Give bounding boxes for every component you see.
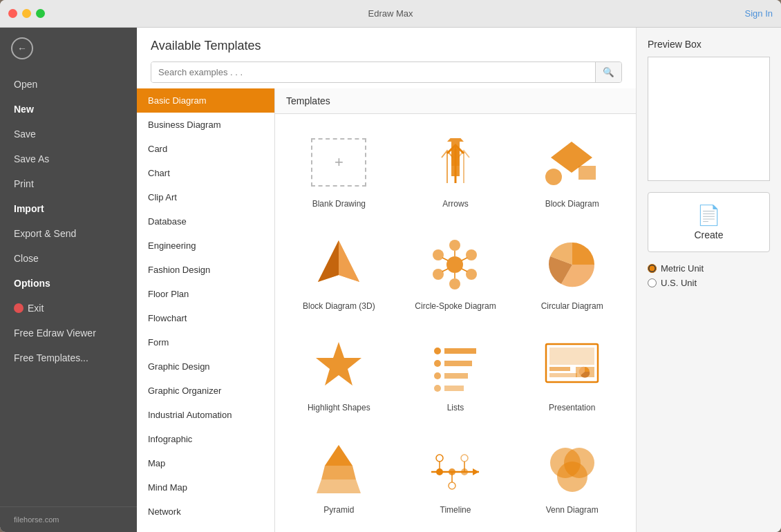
- category-item-graphic-organizer[interactable]: Graphic Organizer: [137, 379, 274, 403]
- sidebar-item-exit[interactable]: Exit: [0, 296, 137, 321]
- preview-panel: Preview Box 📄 Create Metric Unit U.S. Un…: [636, 28, 781, 532]
- sidebar-item-import[interactable]: Import: [0, 196, 137, 221]
- category-item-clip-art[interactable]: Clip Art: [137, 185, 274, 209]
- center-header: Available Templates 🔍: [137, 28, 636, 88]
- category-item-form[interactable]: Form: [137, 330, 274, 354]
- sidebar-item-close[interactable]: Close: [0, 246, 137, 271]
- preview-box: [648, 57, 770, 181]
- category-item-chart[interactable]: Chart: [137, 161, 274, 185]
- svg-rect-32: [444, 373, 468, 379]
- template-label-block-diagram: Block Diagram: [545, 199, 599, 210]
- template-lists[interactable]: Lists: [403, 329, 509, 420]
- titlebar: Edraw Max Sign In: [0, 0, 781, 28]
- category-item-business-diagram[interactable]: Business Diagram: [137, 113, 274, 137]
- category-list: Basic Diagram Business Diagram Card Char…: [137, 88, 275, 532]
- preview-title: Preview Box: [648, 39, 770, 50]
- template-thumb-timeline: [421, 437, 490, 500]
- category-item-network[interactable]: Network: [137, 500, 274, 524]
- template-label-venn: Venn Diagram: [546, 505, 599, 516]
- category-item-engineering[interactable]: Engineering: [137, 234, 274, 258]
- document-icon: 📄: [697, 204, 721, 227]
- category-item-graphic-design[interactable]: Graphic Design: [137, 354, 274, 379]
- sign-in-button[interactable]: Sign In: [745, 8, 773, 19]
- sidebar-item-print[interactable]: Print: [0, 171, 137, 196]
- minimize-window-button[interactable]: [22, 9, 31, 18]
- category-item-map[interactable]: Map: [137, 451, 274, 475]
- category-item-database[interactable]: Database: [137, 209, 274, 234]
- pyramid-svg: [311, 441, 366, 495]
- template-pyramid[interactable]: Pyramid: [286, 431, 392, 522]
- template-block-diagram[interactable]: Block Diagram: [519, 125, 625, 216]
- template-thumb-presentation: [538, 335, 607, 397]
- us-unit-label: U.S. Unit: [661, 278, 697, 288]
- sidebar-item-viewer[interactable]: Free Edraw Viewer: [0, 321, 137, 345]
- category-item-organizational-chart[interactable]: Organizational Chart: [137, 524, 274, 532]
- svg-point-33: [434, 385, 441, 392]
- timeline-svg: [426, 444, 484, 493]
- sidebar-item-save[interactable]: Save: [0, 122, 137, 146]
- template-presentation[interactable]: Presentation: [519, 329, 625, 420]
- template-arrows[interactable]: Arrows: [403, 125, 509, 216]
- template-venn[interactable]: Venn Diagram: [519, 431, 625, 522]
- us-unit-radio[interactable]: [648, 278, 657, 287]
- sidebar-item-open[interactable]: Open: [0, 72, 137, 97]
- create-button[interactable]: 📄 Create: [648, 192, 770, 252]
- svg-marker-12: [339, 240, 359, 282]
- svg-point-29: [434, 360, 441, 367]
- blank-thumb-icon: +: [311, 138, 366, 187]
- metric-unit-option[interactable]: Metric Unit: [648, 263, 770, 274]
- template-blank-drawing[interactable]: + Blank Drawing: [286, 125, 392, 216]
- template-label-block-diagram-3d: Block Diagram (3D): [303, 301, 375, 312]
- template-thumb-lists: [421, 335, 490, 397]
- block3d-svg: [311, 237, 366, 292]
- main-window: Edraw Max Sign In ← Open New Save Save A…: [0, 0, 781, 532]
- metric-unit-label: Metric Unit: [661, 263, 704, 274]
- category-item-basic-diagram[interactable]: Basic Diagram: [137, 88, 274, 113]
- available-templates-title: Available Templates: [151, 39, 622, 53]
- category-item-fashion-design[interactable]: Fashion Design: [137, 258, 274, 282]
- svg-marker-44: [473, 468, 479, 475]
- template-thumb-arrows: [421, 131, 490, 193]
- template-thumb-circle-spoke: [421, 234, 490, 296]
- sidebar-item-options[interactable]: Options: [0, 271, 137, 296]
- us-unit-option[interactable]: U.S. Unit: [648, 278, 770, 288]
- sidebar-item-export[interactable]: Export & Send: [0, 221, 137, 246]
- sidebar-back: ←: [0, 28, 137, 69]
- category-item-infographic[interactable]: Infographic: [137, 427, 274, 451]
- maximize-window-button[interactable]: [36, 9, 45, 18]
- arrows-svg: [428, 138, 483, 187]
- metric-unit-radio[interactable]: [648, 264, 657, 273]
- template-label-circular-diagram: Circular Diagram: [541, 301, 603, 312]
- category-item-flowchart[interactable]: Flowchart: [137, 306, 274, 330]
- search-input[interactable]: [151, 62, 595, 82]
- back-button[interactable]: ←: [11, 37, 33, 59]
- search-button[interactable]: 🔍: [595, 62, 621, 82]
- svg-point-14: [449, 240, 460, 251]
- template-highlight-shapes[interactable]: Highlight Shapes: [286, 329, 392, 420]
- template-block-diagram-3d[interactable]: Block Diagram (3D): [286, 227, 392, 319]
- svg-point-27: [434, 348, 441, 354]
- sidebar-item-new[interactable]: New: [0, 97, 137, 122]
- sidebar-footer: filehorse.com: [0, 506, 137, 532]
- template-circle-spoke[interactable]: Circle-Spoke Diagram: [403, 227, 509, 319]
- template-label-presentation: Presentation: [549, 403, 595, 414]
- category-item-floor-plan[interactable]: Floor Plan: [137, 282, 274, 306]
- template-thumb-pyramid: [304, 437, 373, 500]
- template-label-circle-spoke: Circle-Spoke Diagram: [415, 301, 496, 312]
- templates-grid: + Blank Drawing: [275, 114, 636, 532]
- close-window-button[interactable]: [8, 9, 17, 18]
- category-item-card[interactable]: Card: [137, 137, 274, 161]
- svg-line-21: [462, 258, 467, 260]
- svg-point-13: [446, 256, 463, 273]
- sidebar-item-free-templates[interactable]: Free Templates...: [0, 345, 137, 370]
- lists-svg: [428, 339, 483, 394]
- back-arrow-icon: ←: [17, 43, 27, 54]
- template-circular-diagram[interactable]: Circular Diagram: [519, 227, 625, 319]
- template-thumb-blank: +: [304, 131, 373, 193]
- sidebar-item-save-as[interactable]: Save As: [0, 146, 137, 171]
- exit-icon: [14, 303, 23, 313]
- category-item-mind-map[interactable]: Mind Map: [137, 475, 274, 500]
- template-timeline[interactable]: Timeline: [403, 431, 509, 522]
- category-item-industrial-automation[interactable]: Industrial Automation: [137, 403, 274, 427]
- presentation-svg: [543, 341, 601, 392]
